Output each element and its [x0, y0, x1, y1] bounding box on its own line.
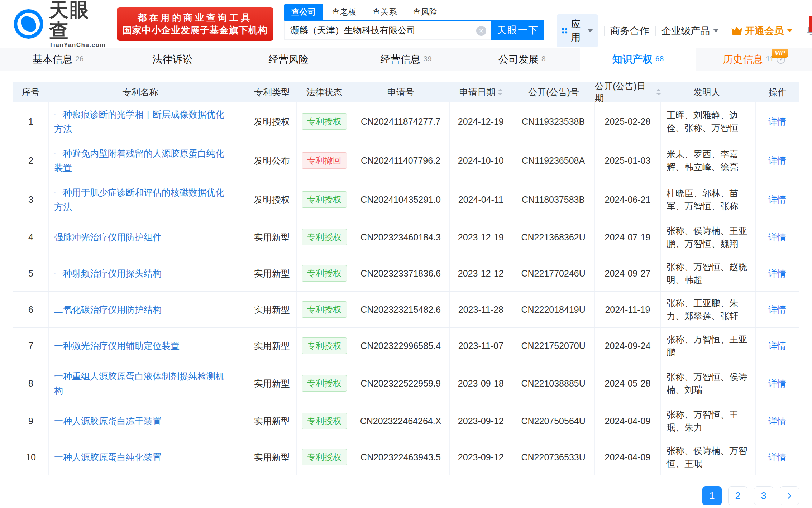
tab-legal-proceedings[interactable]: 法律诉讼: [116, 48, 232, 71]
cell-patent-name: 强脉冲光治疗仪用防护组件: [49, 219, 248, 255]
pagination: 1 2 3: [13, 486, 799, 505]
page-button-2[interactable]: 2: [728, 486, 747, 505]
page-button-1[interactable]: 1: [702, 486, 722, 505]
patent-name-link[interactable]: 一种人源胶原蛋白纯化装置: [54, 450, 162, 464]
patent-name-link[interactable]: 一种避免内壁附着残留的人源胶原蛋白纯化装置: [54, 146, 232, 175]
table-row: 9 一种人源胶原蛋白冻干装置 实用新型 专利授权 CN202322464264.…: [13, 403, 799, 439]
cell-action: 详情: [756, 141, 799, 180]
cell-action: 详情: [756, 403, 799, 439]
cell-application-no: CN202322463943.5: [352, 439, 450, 475]
sort-icon[interactable]: [498, 89, 503, 95]
detail-link[interactable]: 详情: [768, 378, 786, 389]
col-header-application-no: 申请号: [352, 86, 450, 98]
table-row: 1 一种瘢痕诊断的光学相干断层成像数据优化方法 发明授权 专利授权 CN2024…: [13, 102, 799, 141]
page-button-3[interactable]: 3: [754, 486, 773, 505]
tab-intellectual-property[interactable]: 知识产权 68: [580, 48, 696, 71]
patent-name-link[interactable]: 一种瘢痕诊断的光学相干断层成像数据优化方法: [54, 107, 232, 136]
tab-operating-risk[interactable]: 经营风险: [232, 48, 348, 71]
tab-count: 39: [423, 54, 431, 63]
cell-application-date: 2023-12-12: [450, 255, 512, 291]
patent-name-link[interactable]: 强脉冲光治疗仪用防护组件: [54, 230, 162, 244]
patent-name-link[interactable]: 一种射频治疗仪用探头结构: [54, 266, 162, 281]
cell-patent-type: 实用新型: [247, 219, 297, 255]
logo-cn: 天眼查: [49, 0, 107, 41]
cell-inventors: 张称、万智恒、王亚鹏: [661, 328, 756, 364]
cell-publication-date: 2024-11-19: [595, 292, 661, 327]
detail-link[interactable]: 详情: [768, 415, 786, 427]
sort-icon[interactable]: [656, 89, 661, 95]
patent-name-link[interactable]: 一种用于肌少症诊断和评估的核磁数据优化方法: [54, 185, 232, 214]
cell-index: 5: [13, 255, 49, 291]
slogan-line-2: 国家中小企业发展子基金旗下机构: [123, 24, 268, 37]
inventors-text: 米未、罗西、李嘉辉、韩立峰、徐亮: [667, 148, 752, 173]
search-tab-risk[interactable]: 查风险: [413, 6, 438, 20]
cell-action: 详情: [756, 292, 799, 327]
nav-open-vip[interactable]: 开通会员: [731, 24, 793, 37]
status-badge: 专利授权: [302, 301, 347, 318]
patent-table: 序号 专利名称 专利类型 法律状态 申请号 申请日期 公开(公告)号 公开(公告…: [13, 82, 799, 475]
cell-application-date: 2024-10-10: [450, 141, 512, 180]
patent-table-body: 1 一种瘢痕诊断的光学相干断层成像数据优化方法 发明授权 专利授权 CN2024…: [13, 102, 799, 475]
logo-swirl-icon: [13, 8, 44, 40]
tianyancha-logo[interactable]: 天眼查 TianYanCha.com: [13, 0, 108, 49]
patent-name-link[interactable]: 一种人源胶原蛋白冻干装置: [54, 414, 162, 428]
clear-icon[interactable]: ✕: [476, 26, 486, 36]
apps-button[interactable]: 应用: [557, 14, 598, 47]
cell-patent-name: 一种避免内壁附着残留的人源胶原蛋白纯化装置: [49, 141, 248, 180]
tab-count: 26: [75, 54, 83, 63]
col-header-patent-type: 专利类型: [247, 86, 297, 98]
cell-index: 3: [13, 180, 49, 219]
patent-name-link[interactable]: 二氧化碳治疗仪用防护结构: [54, 302, 162, 317]
detail-link[interactable]: 详情: [768, 194, 786, 206]
search-tab-relation[interactable]: 查关系: [372, 6, 397, 20]
nav-enterprise-products[interactable]: 企业级产品: [661, 24, 719, 37]
cell-publication-date: 2024-09-24: [595, 328, 661, 364]
nav-business-cooperation[interactable]: 商务合作: [611, 24, 649, 37]
search-tab-boss[interactable]: 查老板: [332, 6, 357, 20]
chevron-right-icon: [785, 492, 793, 500]
cell-application-no: CN202411874277.7: [352, 102, 450, 141]
cell-publication-date: 2024-05-28: [595, 364, 661, 403]
tab-label: 公司发展: [498, 53, 539, 66]
cell-application-no: CN202323460184.3: [352, 219, 450, 255]
inventors-text: 张称、王亚鹏、朱力、郑翠莲、张轩: [667, 297, 752, 322]
cell-index: 4: [13, 219, 49, 255]
vip-badge: VIP: [772, 49, 788, 58]
tab-history-info[interactable]: VIP 历史信息 11 ?: [696, 48, 812, 71]
cell-inventors: 米未、罗西、李嘉辉、韩立峰、徐亮: [661, 141, 756, 180]
cell-inventors: 王晖、刘雅静、边佺、张称、万智恒: [661, 102, 756, 141]
next-page-button[interactable]: [780, 486, 799, 505]
cell-index: 2: [13, 141, 49, 180]
status-badge: 专利授权: [302, 375, 347, 392]
search-input[interactable]: [285, 25, 464, 35]
col-header-publication-date[interactable]: 公开(公告)日期: [595, 80, 661, 104]
search-button[interactable]: 天眼一下: [491, 20, 544, 40]
detail-link[interactable]: 详情: [768, 304, 786, 316]
detail-link[interactable]: 详情: [768, 116, 786, 128]
tab-basic-info[interactable]: 基本信息 26: [0, 48, 116, 71]
detail-link[interactable]: 详情: [768, 231, 786, 243]
inventors-text: 张称、侯诗楠、王亚鹏、万智恒、魏翔: [667, 224, 752, 250]
detail-link[interactable]: 详情: [768, 268, 786, 279]
cell-publication-no: CN221038885U: [512, 364, 595, 403]
cell-publication-no: CN222018419U: [512, 292, 595, 327]
col-header-label: 申请日期: [459, 86, 495, 98]
cell-patent-type: 实用新型: [247, 364, 297, 403]
col-header-application-date[interactable]: 申请日期: [450, 86, 512, 98]
search-tab-company[interactable]: 查公司: [284, 4, 323, 20]
inventors-text: 张称、万智恒、王珉、朱力: [667, 408, 752, 434]
main-content: 序号 专利名称 专利类型 法律状态 申请号 申请日期 公开(公告)号 公开(公告…: [0, 82, 812, 505]
table-row: 3 一种用于肌少症诊断和评估的核磁数据优化方法 发明授权 专利授权 CN2024…: [13, 180, 799, 219]
tab-operating-info[interactable]: 经营信息 39: [348, 48, 464, 71]
patent-name-link[interactable]: 一种重组人源胶原蛋白液体制剂提纯检测机构: [54, 369, 232, 398]
top-header: 天眼查 TianYanCha.com 都在用的商业查询工具 国家中小企业发展子基…: [0, 0, 812, 48]
detail-link[interactable]: 详情: [768, 451, 786, 463]
cell-action: 详情: [756, 439, 799, 475]
tab-label: 经营信息: [380, 53, 420, 66]
detail-link[interactable]: 详情: [768, 155, 786, 167]
patent-name-link[interactable]: 一种激光治疗仪用辅助定位装置: [54, 339, 180, 353]
tab-company-development[interactable]: 公司发展 8: [464, 48, 580, 71]
cell-legal-status: 专利授权: [297, 439, 352, 475]
tab-count: 8: [541, 54, 546, 63]
detail-link[interactable]: 详情: [768, 340, 786, 352]
